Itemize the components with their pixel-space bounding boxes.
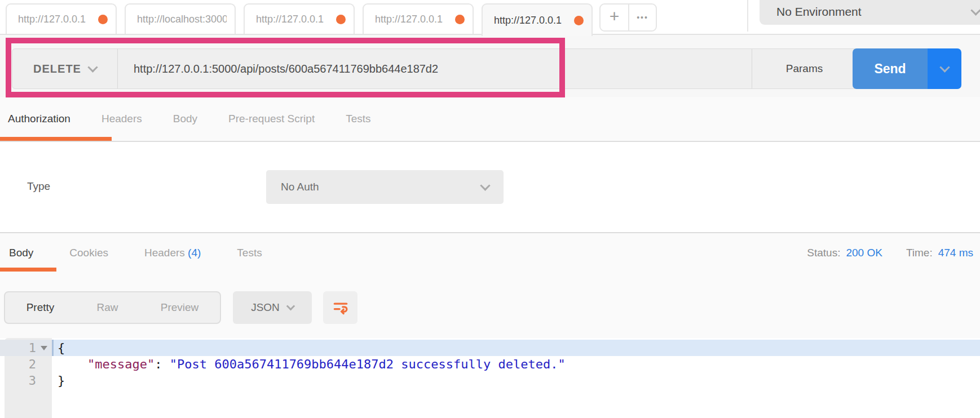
unsaved-dot-icon [574,16,584,25]
new-tab-button[interactable]: + [601,5,628,30]
request-tab-5-active[interactable]: http://127.0.0.1 [482,3,593,36]
chevron-down-icon [87,62,98,72]
tab-authorization[interactable]: Authorization [8,113,70,125]
response-body-editor[interactable]: 1 { 2 "message": "Post 600a567411769bb64… [0,338,980,418]
params-button[interactable]: Params [752,49,857,88]
status-value[interactable]: 200 OK [846,247,882,259]
wrap-text-button[interactable] [323,291,357,324]
response-format-dropdown[interactable]: JSON [233,291,312,324]
url-field: DELETE http://127.0.0.1:5000/api/posts/6… [12,48,857,89]
code-line-3: 3 } [0,372,980,389]
format-value: JSON [251,301,280,314]
response-meta: Status: 200 OK Time: 474 ms [807,234,973,272]
code-text: "message": "Post 600a567411769bb644e187d… [52,356,980,372]
response-tab-body[interactable]: Body [9,247,33,259]
open-request-tabs: http://127.0.0.1 http://localhost:3000 h… [6,0,593,36]
tab-tests[interactable]: Tests [346,113,370,125]
response-tabs: Body Cookies Headers (4) Tests Status: 2… [0,234,980,272]
view-mode-pretty[interactable]: Pretty [27,301,55,314]
request-tab-2[interactable]: http://localhost:3000 [125,3,236,34]
send-options-button[interactable] [928,48,961,89]
send-button-group: Send [853,48,961,89]
tab-pre-request-script[interactable]: Pre-request Script [228,113,315,125]
response-tab-tests[interactable]: Tests [237,247,262,259]
response-section: Body Cookies Headers (4) Tests Status: 2… [0,232,980,418]
request-tab-1[interactable]: http://127.0.0.1 [6,3,117,34]
tab-actions: + ••• [599,3,657,32]
authorization-panel: Type No Auth [0,142,980,232]
wrap-text-icon [332,299,349,316]
request-builder-section: DELETE http://127.0.0.1:5000/api/posts/6… [0,35,980,97]
tab-label: http://localhost:3000 [137,14,227,25]
send-button[interactable]: Send [853,48,928,89]
chevron-down-icon [480,180,490,190]
time-value[interactable]: 474 ms [938,247,973,259]
response-view-mode-group: Pretty Raw Preview [4,291,221,324]
active-tab-underline [0,268,56,272]
response-tab-cookies[interactable]: Cookies [69,247,108,259]
tab-options-button[interactable]: ••• [628,5,656,30]
auth-type-value: No Auth [281,181,482,193]
environment-selector[interactable]: No Environment [760,0,980,25]
tab-label: http://127.0.0.1 [18,14,95,25]
postman-app: http://127.0.0.1 http://localhost:3000 h… [0,0,980,418]
code-line-2: 2 "message": "Post 600a567411769bb644e18… [0,356,980,372]
view-mode-raw[interactable]: Raw [97,301,118,314]
headers-count-badge: (4) [188,247,201,259]
json-key: "message" [87,357,154,371]
method-value: DELETE [33,63,81,75]
line-number[interactable]: 2 [0,356,52,372]
chevron-down-icon [286,302,295,311]
view-mode-preview[interactable]: Preview [161,301,199,314]
status-label: Status: [807,247,840,259]
collapse-arrow-icon[interactable] [41,346,47,350]
request-tab-bar: http://127.0.0.1 http://localhost:3000 h… [0,0,980,35]
response-tab-headers[interactable]: Headers (4) [144,247,201,259]
request-editor-tabs: Authorization Headers Body Pre-request S… [0,97,980,142]
line-number[interactable]: 3 [0,372,52,389]
tab-label: http://127.0.0.1 [256,14,333,25]
method-dropdown[interactable]: DELETE [12,49,118,88]
code-line-1: 1 { [0,340,980,356]
code-text: } [52,372,980,389]
code-text: { [52,340,980,356]
auth-type-dropdown[interactable]: No Auth [266,170,504,204]
json-string-value: "Post 600a567411769bb644e187d2 successfu… [170,357,566,371]
url-input[interactable]: http://127.0.0.1:5000/api/posts/600a5674… [118,63,752,75]
request-tab-4[interactable]: http://127.0.0.1 [363,3,474,34]
tab-headers[interactable]: Headers [101,113,142,125]
tab-label: http://127.0.0.1 [375,14,452,25]
tab-label: http://127.0.0.1 [494,15,571,26]
time-label: Time: [906,247,933,259]
request-tab-3[interactable]: http://127.0.0.1 [244,3,355,34]
chevron-down-icon [939,62,950,72]
tabbar-separator [747,0,748,32]
environment-value: No Environment [776,5,972,19]
auth-type-label: Type [27,180,50,193]
active-tab-underline [0,137,112,141]
unsaved-dot-icon [98,15,108,24]
tab-body[interactable]: Body [173,113,197,125]
unsaved-dot-icon [455,15,465,24]
unsaved-dot-icon [336,15,346,24]
line-number[interactable]: 1 [0,340,52,356]
